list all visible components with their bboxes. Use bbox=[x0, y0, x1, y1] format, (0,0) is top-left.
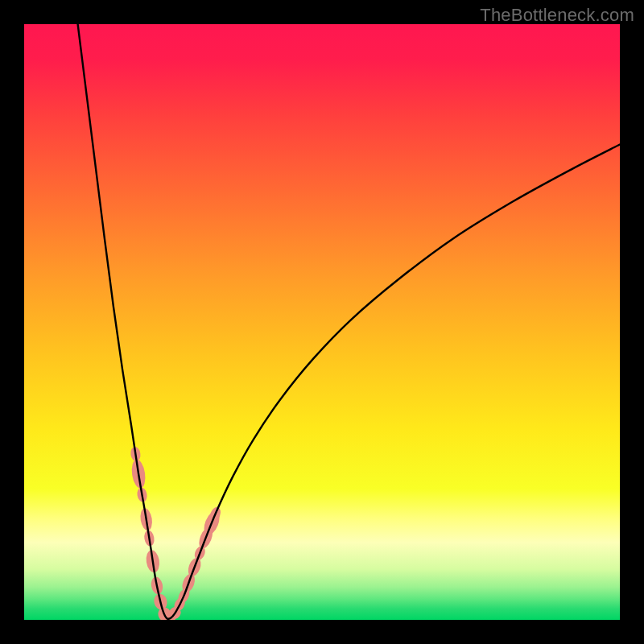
bottleneck-chart bbox=[24, 24, 620, 620]
image-frame: TheBottleneck.com bbox=[0, 0, 644, 644]
bottleneck-curve bbox=[78, 24, 620, 619]
watermark-text: TheBottleneck.com bbox=[480, 5, 634, 26]
plot-area bbox=[24, 24, 620, 620]
